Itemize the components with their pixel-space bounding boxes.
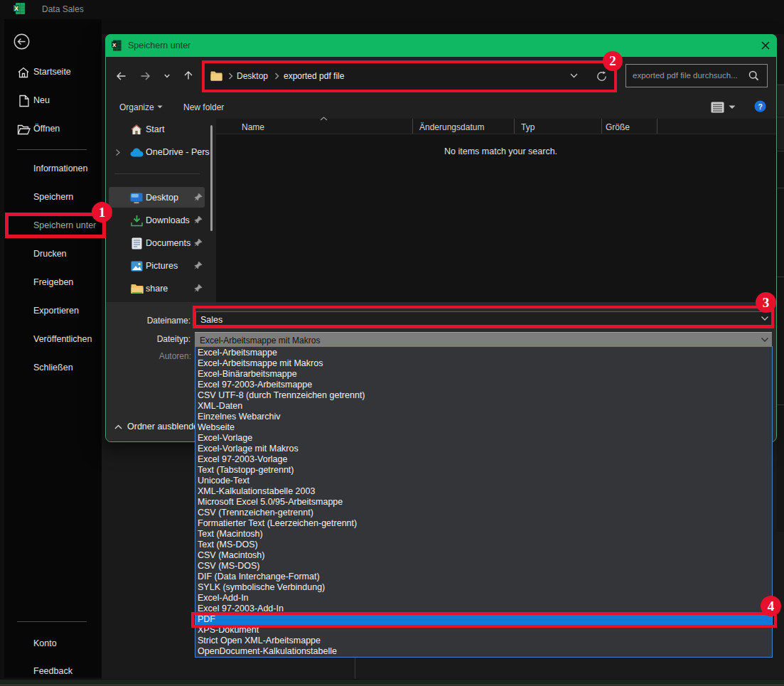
svg-text:?: ? bbox=[758, 102, 763, 111]
svg-text:X: X bbox=[112, 42, 117, 48]
svg-text:X: X bbox=[14, 5, 18, 12]
